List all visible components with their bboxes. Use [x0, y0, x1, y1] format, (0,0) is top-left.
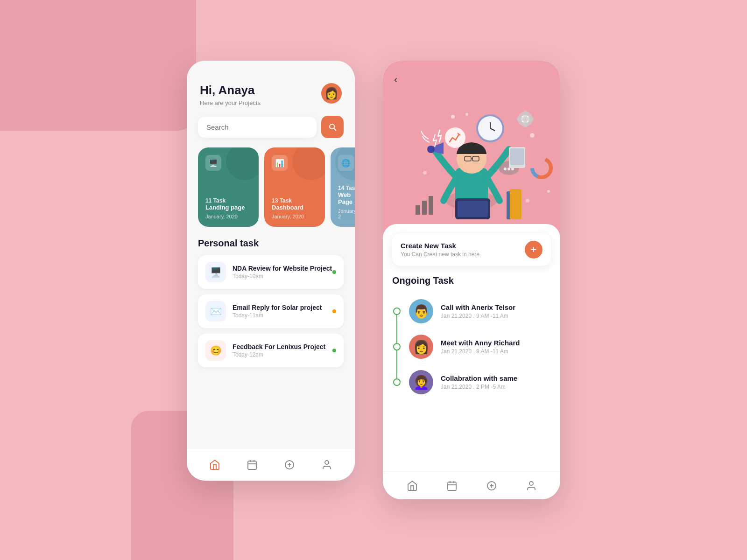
project-card-2[interactable]: 📊 13 Task Dashboard January, 2020: [264, 147, 325, 227]
avatar-call: 👨: [409, 299, 433, 323]
ongoing-item-3[interactable]: 👩‍🦱 Collabration with same Jan 21,2020 .…: [392, 364, 551, 400]
timeline-dot-2: [393, 343, 401, 350]
task-item-2[interactable]: ✉️ Email Reply for Solar project Today-1…: [198, 294, 344, 328]
illustration-svg: [383, 61, 560, 238]
card-icon-2: 📊: [272, 155, 288, 171]
svg-point-44: [530, 133, 535, 138]
timeline-col-3: [392, 378, 402, 386]
svg-point-9: [325, 461, 329, 464]
svg-point-36: [504, 168, 507, 170]
ongoing-list: 👨 Call with Anerix Telsor Jan 21,2020 . …: [392, 294, 551, 400]
card-info-2: 13 Task Dashboard January, 2020: [272, 197, 317, 219]
phone-left: Hi, Anaya Here are your Projects 👩: [187, 61, 355, 481]
svg-rect-31: [416, 205, 420, 215]
personal-task-title: Personal task: [198, 238, 344, 249]
ongoing-title: Ongoing Task: [392, 275, 551, 286]
svg-point-37: [507, 168, 510, 170]
avatar[interactable]: 👩: [321, 83, 342, 104]
project-card-3[interactable]: 🌐 14 Task Web Page January, 2: [331, 147, 355, 227]
svg-rect-20: [510, 189, 521, 219]
task-dot-1: [332, 270, 336, 274]
left-bottom-nav: [187, 448, 355, 481]
nav-profile[interactable]: [317, 455, 337, 475]
task-info-1: NDA Review for Website Project Today-10a…: [233, 265, 332, 280]
create-task-text: Create New Task You Can Creat new task i…: [401, 242, 481, 258]
right-nav-home[interactable]: [402, 476, 423, 496]
greeting-section: Hi, Anaya Here are your Projects: [200, 83, 261, 106]
ongoing-item-1[interactable]: 👨 Call with Anerix Telsor Jan 21,2020 . …: [392, 294, 551, 329]
timeline-dot-1: [393, 308, 401, 315]
phones-container: Hi, Anaya Here are your Projects 👩: [187, 61, 560, 499]
task-dot-2: [332, 309, 336, 313]
right-bottom-nav: [383, 471, 560, 499]
add-task-button[interactable]: +: [525, 241, 543, 259]
greeting-subtitle: Here are your Projects: [200, 99, 261, 106]
task-info-3: Feedback For Lenixus Project Today-12am: [233, 343, 325, 358]
personal-task-section: Personal task 🖥️ NDA Review for Website …: [187, 238, 355, 448]
right-nav-calendar[interactable]: [442, 476, 462, 496]
svg-point-21: [427, 146, 435, 153]
svg-line-1: [334, 128, 336, 130]
card-icon-1: 🖥️: [205, 155, 221, 171]
task-item-3[interactable]: 😊 Feedback For Lenixus Project Today-12a…: [198, 334, 344, 367]
svg-point-34: [445, 127, 465, 148]
ongoing-info-2: Meet with Anny Richard Jan 21,2020 . 9 A…: [441, 339, 520, 355]
right-nav-profile[interactable]: [521, 476, 542, 496]
svg-rect-49: [448, 482, 456, 490]
back-button[interactable]: ‹: [394, 74, 397, 86]
right-content: Create New Task You Can Creat new task i…: [383, 224, 560, 471]
timeline-dot-3: [393, 378, 401, 386]
search-input[interactable]: [198, 117, 317, 138]
svg-rect-18: [458, 201, 488, 217]
greeting-hi: Hi, Anaya: [200, 83, 261, 98]
create-task-card: Create New Task You Can Creat new task i…: [392, 233, 551, 266]
svg-point-46: [547, 190, 550, 193]
nav-calendar[interactable]: [242, 455, 262, 475]
search-button[interactable]: [321, 116, 344, 138]
ongoing-info-1: Call with Anerix Telsor Jan 21,2020 . 9 …: [441, 303, 515, 319]
svg-rect-33: [429, 196, 433, 215]
ongoing-info-3: Collabration with same Jan 21,2020 . 2 P…: [441, 374, 517, 390]
project-card-1[interactable]: 🖥️ 11 Task Landing page January, 2020: [198, 147, 259, 227]
search-icon: [328, 122, 337, 132]
right-nav-add[interactable]: [481, 476, 502, 496]
ongoing-item-2[interactable]: 👩 Meet with Anny Richard Jan 21,2020 . 9…: [392, 329, 551, 364]
card-info-1: 11 Task Landing page January, 2020: [205, 197, 251, 219]
svg-point-47: [465, 113, 468, 116]
card-info-3: 14 Task Web Page January, 2: [338, 185, 355, 219]
nav-add[interactable]: [279, 455, 300, 475]
svg-rect-40: [510, 148, 524, 165]
svg-point-48: [526, 199, 529, 203]
project-cards: 🖥️ 11 Task Landing page January, 2020 📊 …: [187, 147, 355, 238]
svg-rect-32: [422, 201, 427, 215]
task-icon-email: ✉️: [205, 301, 226, 322]
task-dot-3: [332, 349, 336, 352]
svg-point-45: [423, 171, 427, 175]
right-header: ‹: [383, 61, 560, 238]
svg-rect-2: [248, 461, 256, 469]
task-icon-feedback: 😊: [205, 340, 226, 361]
svg-rect-29: [523, 111, 527, 127]
timeline-col-1: [392, 308, 402, 315]
svg-point-43: [451, 115, 455, 119]
task-info-2: Email Reply for Solar project Today-11am: [233, 304, 322, 319]
phone-right: ‹: [383, 61, 560, 499]
left-header: Hi, Anaya Here are your Projects 👩: [187, 61, 355, 116]
nav-home[interactable]: [204, 455, 225, 475]
task-icon-nda: 🖥️: [205, 262, 226, 282]
svg-point-56: [529, 482, 533, 485]
task-item-1[interactable]: 🖥️ NDA Review for Website Project Today-…: [198, 255, 344, 289]
avatar-meet: 👩: [409, 335, 433, 359]
timeline-col-2: [392, 343, 402, 350]
search-bar: [198, 116, 344, 138]
avatar-collab: 👩‍🦱: [409, 370, 433, 394]
